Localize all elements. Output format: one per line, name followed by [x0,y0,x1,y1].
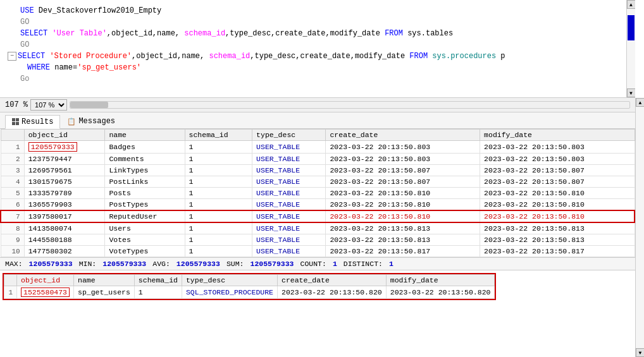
cell-modify-date: 2023-03-22 20:13:50.803 [480,154,635,165]
cell-name: PostTypes [105,199,185,211]
keyword-proc: sys.procedures [428,51,496,62]
col-header-object-id: object_id [24,130,105,141]
table-row: 11205579333Badges1USER_TABLE2023-03-22 2… [1,141,635,154]
cell-create-date: 2023-03-22 20:13:50.813 [326,222,480,234]
cell-type-desc: SQL_STORED_PROCEDURE [182,286,277,299]
cell-modify-date: 2023-03-22 20:13:50.820 [386,286,495,299]
col2-header-create-date: create_date [278,275,387,286]
scroll-down-btn[interactable]: ▼ [627,88,636,97]
keyword-go-2: GO [20,39,29,51]
messages-icon: 📋 [67,118,76,126]
cell-type-desc: USER_TABLE [252,222,326,234]
keyword-where: WHERE [27,62,50,73]
cell-object-id: 1445580188 [24,234,105,246]
col2-header-schema-id: schema_id [134,275,182,286]
table-row: 81413580074Users1USER_TABLE2023-03-22 20… [1,222,635,234]
editor-line-3: SELECT 'User Table' ,object_id,name, sch… [8,28,628,39]
table-row: 51333579789Posts1USER_TABLE2023-03-22 20… [1,188,635,199]
cell-object-id: 1269579561 [24,165,105,176]
systables: sys.tables [403,28,453,39]
tab-results-label: Results [22,118,53,126]
cell-name: Comments [105,154,185,165]
col-header-rownum [1,130,24,141]
table-row: 71397580017ReputedUser1USER_TABLE2023-03… [1,210,635,222]
cell-modify-date: 2023-03-22 20:13:50.810 [480,210,635,222]
space2 [45,51,49,62]
col2-header-rownum [4,275,17,286]
horizontal-scrollbar[interactable] [70,101,630,109]
cell-name: VoteTypes [105,246,185,257]
collapse-icon[interactable]: − [8,52,16,61]
cell-name: ReputedUser [105,210,185,222]
max-value: 1205579333 [29,260,73,268]
second-result-section: object_id name schema_id type_desc creat… [0,270,635,305]
table-row: 41301579675PostLinks1USER_TABLE2023-03-2… [1,176,635,188]
cell-schema-id: 1 [185,154,252,165]
results-container: object_id name schema_id type_desc creat… [0,129,635,357]
cols1: ,object_id,name, [107,28,184,39]
col2-header-name: name [74,275,135,286]
cell-object-id: 1205579333 [24,141,105,154]
cell-name: LinkTypes [105,165,185,176]
row-number: 7 [1,210,24,222]
space [47,28,52,39]
cell-type-desc: USER_TABLE [252,246,326,257]
second-table-border: object_id name schema_id type_desc creat… [3,273,496,300]
tab-messages[interactable]: 📋 Messages [60,114,122,128]
tab-results[interactable]: Results [5,115,60,129]
cell-create-date: 2023-03-22 20:13:50.813 [326,234,480,246]
str-stored-proc: 'Stored Procedure' [49,51,132,62]
str-sp-name: 'sp_get_users' [77,62,141,73]
cell-create-date: 2023-03-22 20:13:50.807 [326,165,480,176]
cell-object-id: 1477580302 [24,246,105,257]
col-header-schema-id: schema_id [185,130,252,141]
cell-schema-id: 1 [185,210,252,222]
max-label: MAX: [5,260,23,268]
row-number: 6 [1,199,24,211]
results-scroll-down[interactable]: ▼ [636,348,644,357]
cell-type-desc: USER_TABLE [252,188,326,199]
right-scrollbar[interactable]: ▲ ▼ [626,0,635,97]
cell-modify-date: 2023-03-22 20:13:50.813 [480,234,635,246]
keyword-select-1: SELECT [20,28,47,39]
col-header-type-desc: type_desc [252,130,326,141]
count-label: COUNT: [300,260,326,268]
avg-value: 1205579333 [176,260,220,268]
row-number: 1 [1,141,24,154]
cell-object-id: 1237579447 [24,154,105,165]
sum-label: SUM: [226,260,244,268]
summary-bar: MAX: 1205579333 MIN: 1205579333 AVG: 120… [0,257,635,270]
scrollbar-thumb [628,15,635,40]
cols2: ,object_id,name, [132,51,209,62]
row-number: 4 [1,176,24,188]
results-scrollbar[interactable]: ▲ ▼ [635,98,644,357]
results-scroll-up[interactable]: ▲ [636,98,644,107]
result-tabs: Results 📋 Messages [0,112,635,129]
keyword-from-1: FROM [385,28,403,39]
distinct-label: DISTINCT: [344,260,383,268]
cell-object-id: 1301579675 [24,176,105,188]
row-number: 2 [1,154,24,165]
editor-line-7: Go [8,73,628,85]
cell-modify-date: 2023-03-22 20:13:50.807 [480,176,635,188]
sum-value: 1205579333 [250,260,294,268]
zoom-select[interactable]: 107 % [30,99,67,111]
cell-type-desc: USER_TABLE [252,165,326,176]
cell-name: Users [105,222,185,234]
cell-schema-id: 1 [185,199,252,211]
editor-area: ▲ ▼ USE Dev_Stackoverflow2010_Empty GO S… [0,0,635,98]
cell-modify-date: 2023-03-22 20:13:50.807 [480,165,635,176]
keyword-select-2: SELECT [18,51,45,62]
col-header-name: name [105,130,185,141]
editor-line-4: GO [8,39,628,51]
scroll-up-btn[interactable]: ▲ [627,0,636,9]
row-number: 10 [1,246,24,257]
table-row: 21237579447Comments1USER_TABLE2023-03-22… [1,154,635,165]
cell-name: sp_get_users [74,286,135,299]
cell-type-desc: USER_TABLE [252,234,326,246]
cell-object-id: 1397580017 [24,210,105,222]
editor-line-5: − SELECT 'Stored Procedure' ,object_id,n… [8,51,628,62]
keyword-from-2: FROM [409,51,428,62]
distinct-value: 1 [389,260,393,268]
col-header-create-date: create_date [326,130,480,141]
